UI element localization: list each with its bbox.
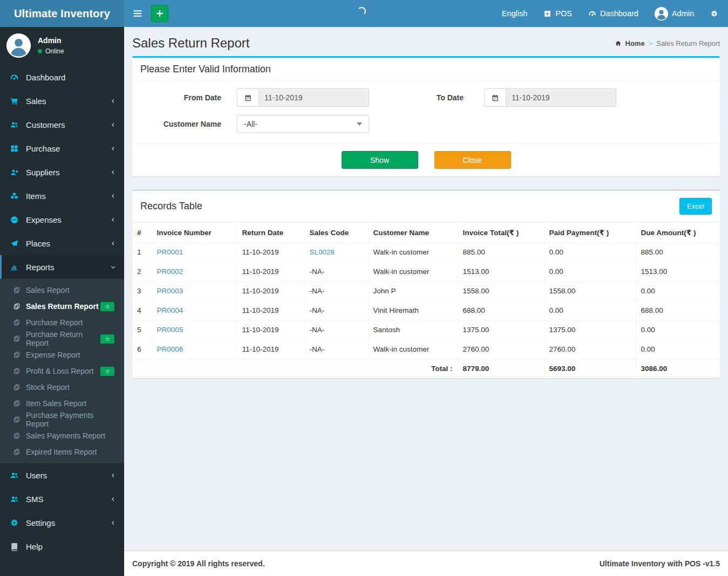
sidebar-item-suppliers[interactable]: Suppliers bbox=[0, 160, 124, 184]
submenu-item-purchase-return-report[interactable]: Purchase Return Report☆ bbox=[0, 331, 124, 347]
chevron-left-icon bbox=[110, 241, 116, 246]
cell-invoice-total: 2760.00 bbox=[458, 340, 544, 359]
quick-add-button[interactable] bbox=[151, 5, 168, 22]
submenu-item-stock-report[interactable]: Stock Report bbox=[0, 379, 124, 395]
column-header: Customer Name bbox=[368, 223, 458, 243]
cell-sales-code: -NA- bbox=[304, 262, 368, 282]
app-window: Ultimate Inventory English POS Dashboard bbox=[0, 0, 728, 576]
cell-paid-payment: 2760.00 bbox=[544, 340, 636, 359]
sidebar-item-users[interactable]: Users bbox=[0, 463, 124, 487]
star-icon: ☆ bbox=[105, 335, 110, 342]
submenu-item-item-sales-report[interactable]: Item Sales Report bbox=[0, 395, 124, 412]
submenu-item-label: Profit & Loss Report bbox=[26, 367, 93, 375]
cell-invoice-number: PR0004 bbox=[152, 301, 237, 320]
sidebar-item-reports[interactable]: Reports bbox=[0, 255, 124, 279]
submenu-item-expired-items-report[interactable]: Expired Items Report bbox=[0, 444, 124, 460]
sales-code-link[interactable]: SL0028 bbox=[310, 248, 335, 256]
invoice-link[interactable]: PR0004 bbox=[157, 306, 183, 314]
sidebar-item-settings[interactable]: Settings bbox=[0, 511, 124, 534]
submenu-item-label: Purchase Return Report bbox=[26, 330, 100, 347]
column-header: Return Date bbox=[237, 223, 304, 243]
cell-due-amount: 885.00 bbox=[636, 243, 720, 262]
table-total-row: Total : 8779.00 5693.00 3086.00 bbox=[132, 359, 720, 379]
submenu-item-label: Sales Return Report bbox=[26, 302, 99, 311]
sidebar-item-label: Customers bbox=[26, 120, 65, 129]
customer-select[interactable]: -All- bbox=[237, 115, 369, 133]
table-row: 3PR000311-10-2019-NA-John P1558.001558.0… bbox=[132, 282, 720, 301]
cell-row-number: 1 bbox=[132, 243, 152, 262]
cell-customer-name: Santosh bbox=[368, 320, 458, 340]
show-button[interactable]: Show bbox=[342, 151, 418, 169]
close-button[interactable]: Close bbox=[434, 151, 511, 169]
invoice-link[interactable]: PR0002 bbox=[157, 268, 183, 276]
copy-icon bbox=[13, 303, 21, 310]
submenu-item-label: Sales Payments Report bbox=[26, 431, 105, 440]
tachometer-icon bbox=[10, 73, 19, 82]
column-header: Due Amount(₹ ) bbox=[636, 223, 720, 243]
sidebar-toggle-icon[interactable] bbox=[131, 8, 144, 19]
submenu-item-purchase-report[interactable]: Purchase Report bbox=[0, 314, 124, 331]
sidebar-item-sales[interactable]: Sales bbox=[0, 89, 124, 113]
sidebar-item-expenses[interactable]: Expenses bbox=[0, 208, 124, 231]
submenu-item-purchase-payments-report[interactable]: Purchase Payments Report bbox=[0, 412, 124, 428]
excel-export-button[interactable]: Excel bbox=[679, 198, 712, 215]
records-box: Records Table Excel #Invoice NumberRetur… bbox=[132, 189, 720, 378]
cell-due-amount: 0.00 bbox=[636, 282, 720, 301]
invoice-link[interactable]: PR0005 bbox=[157, 326, 183, 334]
submenu-item-expense-report[interactable]: Expense Report bbox=[0, 347, 124, 363]
invoice-link[interactable]: PR0006 bbox=[157, 345, 183, 353]
sidebar-item-dashboard[interactable]: Dashboard bbox=[0, 65, 124, 89]
from-date-input[interactable] bbox=[258, 88, 369, 107]
sidebar-item-label: Users bbox=[26, 471, 47, 480]
cell-paid-payment: 1375.00 bbox=[544, 320, 636, 340]
sidebar-item-items[interactable]: Items bbox=[0, 184, 124, 208]
sidebar-item-places[interactable]: Places bbox=[0, 231, 124, 255]
th-large-icon bbox=[10, 144, 19, 153]
dashboard-link[interactable]: Dashboard bbox=[588, 9, 638, 18]
submenu-item-sales-return-report[interactable]: Sales Return Report☆ bbox=[0, 298, 124, 314]
sidebar-item-purchase[interactable]: Purchase bbox=[0, 136, 124, 160]
submenu-item-sales-report[interactable]: Sales Report bbox=[0, 282, 124, 298]
table-row: 4PR000411-10-2019-NA-Vinit Hiremath688.0… bbox=[132, 301, 720, 320]
brand-logo[interactable]: Ultimate Inventory bbox=[0, 0, 124, 27]
sidebar-item-label: Expenses bbox=[26, 215, 62, 224]
page-footer: Copyright © 2019 All rights reserved. Ul… bbox=[124, 551, 728, 576]
cell-return-date: 11-10-2019 bbox=[237, 262, 304, 282]
chevron-left-icon bbox=[110, 193, 116, 199]
language-menu[interactable]: English bbox=[502, 9, 528, 18]
paper-plane-icon bbox=[10, 239, 19, 248]
cell-due-amount: 0.00 bbox=[636, 340, 720, 359]
cell-customer-name: Walk-in customer bbox=[368, 243, 458, 262]
sidebar-item-label: Places bbox=[26, 239, 50, 248]
submenu-item-sales-payments-report[interactable]: Sales Payments Report bbox=[0, 428, 124, 444]
cart-icon bbox=[10, 97, 19, 106]
avatar bbox=[6, 33, 31, 58]
minus-circle-icon bbox=[10, 215, 19, 224]
cell-return-date: 11-10-2019 bbox=[237, 243, 304, 262]
copy-icon bbox=[13, 319, 21, 326]
sidebar-item-help[interactable]: Help bbox=[0, 534, 124, 558]
cell-customer-name: Walk-in customer bbox=[368, 262, 458, 282]
to-date-input[interactable] bbox=[506, 88, 616, 107]
pos-link[interactable]: POS bbox=[543, 9, 572, 18]
user-menu[interactable]: Admin bbox=[655, 7, 694, 20]
settings-menu[interactable] bbox=[710, 10, 718, 18]
cell-invoice-total: 1375.00 bbox=[458, 320, 544, 340]
cell-customer-name: Walk-in customer bbox=[368, 340, 458, 359]
sidebar-user-status: Online bbox=[38, 47, 64, 55]
invoice-link[interactable]: PR0001 bbox=[157, 248, 183, 256]
copy-icon bbox=[13, 286, 21, 294]
sidebar-item-sms[interactable]: SMS bbox=[0, 487, 124, 511]
submenu-item-profit-loss-report[interactable]: Profit & Loss Report☆ bbox=[0, 363, 124, 379]
breadcrumb-home-link[interactable]: Home bbox=[625, 39, 645, 47]
sidebar-item-customers[interactable]: Customers bbox=[0, 113, 124, 136]
new-badge: ☆ bbox=[100, 334, 114, 344]
calendar-icon[interactable] bbox=[237, 88, 258, 107]
invoice-link[interactable]: PR0003 bbox=[157, 287, 183, 295]
copy-icon bbox=[13, 416, 21, 423]
copyright-text: Copyright © 2019 All rights reserved. bbox=[132, 559, 265, 568]
cogs-icon bbox=[10, 518, 19, 527]
calendar-icon[interactable] bbox=[484, 88, 506, 107]
table-row: 2PR000211-10-2019-NA-Walk-in customer151… bbox=[132, 262, 720, 282]
caret-down-icon bbox=[357, 122, 362, 126]
